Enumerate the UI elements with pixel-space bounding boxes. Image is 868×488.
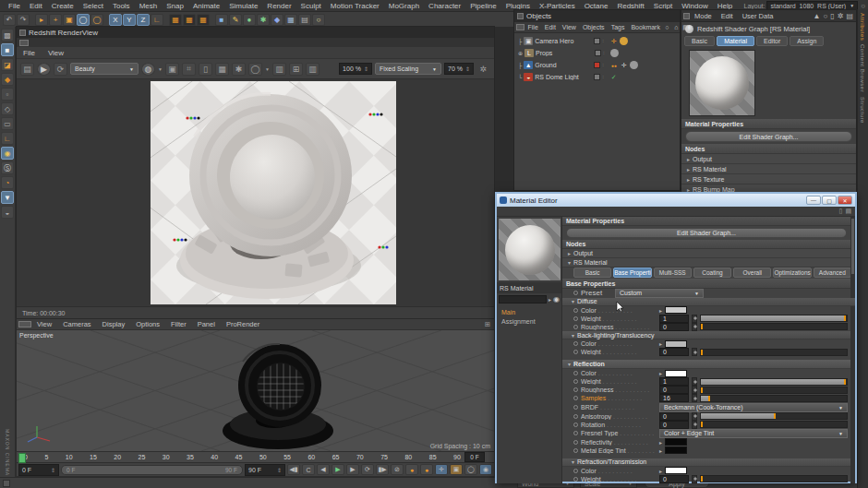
tab-advanced[interactable]: Advanced [814,268,851,278]
expand-icon[interactable]: ▸ [659,447,662,454]
tab-base-properties[interactable]: Base Properties [613,268,651,278]
pass-dropdown[interactable]: Beauty ▼ [70,63,139,75]
objects-titlebar[interactable]: Objects [514,10,680,22]
snapshot-freeze-icon[interactable]: ✱ [232,63,246,76]
anim-dot-icon[interactable] [573,469,578,473]
anim-dot-icon[interactable] [573,308,578,313]
visibility-chip[interactable] [595,50,601,56]
rotation-slider[interactable] [700,421,848,428]
diffuse-section-header[interactable]: ▾ Diffuse [562,298,855,306]
diffuse-roughness-value[interactable]: 0 [659,323,689,331]
anim-dot-icon[interactable] [573,379,578,384]
zoom-percent-field[interactable]: 100 % ⇕ [339,63,372,75]
lock-icon[interactable]: ▯ [199,63,212,76]
viewport-menu-item[interactable]: Panel [192,320,221,328]
anim-dot-icon[interactable] [573,448,578,453]
value-stepper[interactable] [692,412,697,421]
node-row[interactable]: ▸ RS Material [681,164,856,174]
node-output-row[interactable]: ▸ Output [562,249,850,258]
viewport-menu-item[interactable]: Filter [165,320,192,328]
polygons-mode-icon[interactable]: ▭ [1,117,14,130]
viewport-menu-item[interactable]: Cameras [57,320,96,328]
key-rotation-toggle[interactable]: ◯ [464,464,477,475]
search-icon[interactable]: ○ [663,24,670,31]
node-row[interactable]: ▸ RS Texture [681,174,856,184]
phong-tag-icon[interactable]: ●● [609,61,618,69]
tab-editor[interactable]: Editor [756,36,788,46]
reflection-roughness-value[interactable]: 0 [659,386,689,394]
tab-coating[interactable]: Coating [693,268,731,278]
anim-dot-icon[interactable] [573,405,578,410]
preview-type-combo[interactable]: ▸ ◉ [497,293,561,305]
menu-item[interactable]: Mesh [135,2,163,10]
edit-shader-graph-button[interactable]: Edit Shader Graph... [566,228,847,238]
anisotropy-value[interactable]: 0 [659,412,689,421]
anim-dot-icon[interactable] [573,440,578,445]
render-canvas[interactable] [17,79,494,306]
expand-icon[interactable]: ▸ [687,166,690,173]
menu-item[interactable]: Simulate [224,2,262,10]
region-render-icon[interactable]: ▣ [165,63,179,76]
diffuse-weight-value[interactable]: 1 [659,315,689,323]
target-tag-icon[interactable]: ✛ [609,37,618,45]
axis-x-button[interactable]: X [109,14,122,26]
snap-s-icon[interactable]: Ⓢ [1,161,14,174]
preset-dropdown[interactable]: Custom ▼ [615,289,704,298]
value-stepper[interactable] [692,394,697,402]
aov-icon[interactable]: ◍ [141,63,155,76]
value-stepper[interactable] [692,475,697,483]
object-name[interactable]: Props [536,50,593,56]
scaling-dropdown[interactable]: Fixed Scaling ▼ [375,63,441,75]
viewport-solo-icon[interactable]: ◉ [1,147,14,160]
visibility-dots[interactable]: : [602,76,608,78]
visibility-dots[interactable]: : [602,40,608,42]
anim-dot-icon[interactable] [573,396,578,400]
anim-dot-icon[interactable] [573,387,578,392]
object-name[interactable]: Ground [535,62,592,68]
anim-dot-icon[interactable] [573,341,578,346]
objects-menu-item[interactable]: File [524,24,541,30]
light-tool-icon[interactable]: ○ [312,14,325,26]
stepper-icon[interactable]: ⇕ [277,467,282,473]
anim-dot-icon[interactable] [573,291,578,295]
value-stepper[interactable] [692,377,697,386]
key-scale-toggle[interactable]: ▣ [450,464,463,475]
tab-content-browser[interactable]: Content Browser [860,44,865,92]
crop-icon[interactable]: ⌗ [182,63,196,76]
gear-icon[interactable]: ✲ [476,63,490,76]
locked-workplane-icon[interactable]: ▼ [1,191,14,204]
visibility-chip[interactable] [594,74,600,80]
panel-menu-icon[interactable]: ▤ [681,24,689,31]
refraction-weight-slider[interactable] [700,475,848,482]
preview-options-icon[interactable]: ◉ [553,295,560,304]
attr-menu-item[interactable]: Edit [717,12,738,20]
menu-item[interactable]: Animate [188,2,224,10]
goto-end-icon[interactable]: ▮▶ [376,464,389,475]
layer-color-chip[interactable] [594,62,600,68]
dock-icon[interactable]: ▤ [846,12,853,20]
refraction-color-swatch[interactable] [665,467,687,474]
objects-menu-item[interactable]: Objects [579,24,608,30]
start-frame-field[interactable]: 0 F ⇕ [18,464,59,476]
viewport-menu-item[interactable]: View [31,320,57,328]
undo-icon[interactable]: ↶ [3,14,16,26]
viewport-maximize-icon[interactable]: ⊞ [479,320,494,328]
key-position-toggle[interactable]: ✛ [435,464,448,475]
material-tag-icon[interactable] [610,49,619,57]
reflection-weight-slider[interactable] [700,378,848,386]
tab-assign[interactable]: Assign [790,36,824,46]
snapshot-add-icon[interactable]: ⊞ [289,63,303,76]
expand-icon[interactable]: ▸ [659,307,662,314]
expand-icon[interactable]: ▸ [659,439,662,446]
timeline-playhead[interactable] [18,453,26,463]
timeline-ruler[interactable]: 051015202530354045505560657075808590 0 F [16,451,495,463]
menu-item[interactable]: Motion Tracker [326,2,384,10]
reflection-section-header[interactable]: ▾ Reflection [562,360,855,369]
value-stepper[interactable] [692,348,697,356]
nodes-header[interactable]: Nodes [562,240,855,249]
menu-item[interactable]: Character [424,2,465,10]
edges-mode-icon[interactable]: ◇ [1,102,14,115]
expand-icon[interactable]: ▸ [659,340,662,347]
key-parameter-toggle[interactable]: ◉ [479,464,492,475]
stepper-icon[interactable]: ⇕ [364,65,368,72]
